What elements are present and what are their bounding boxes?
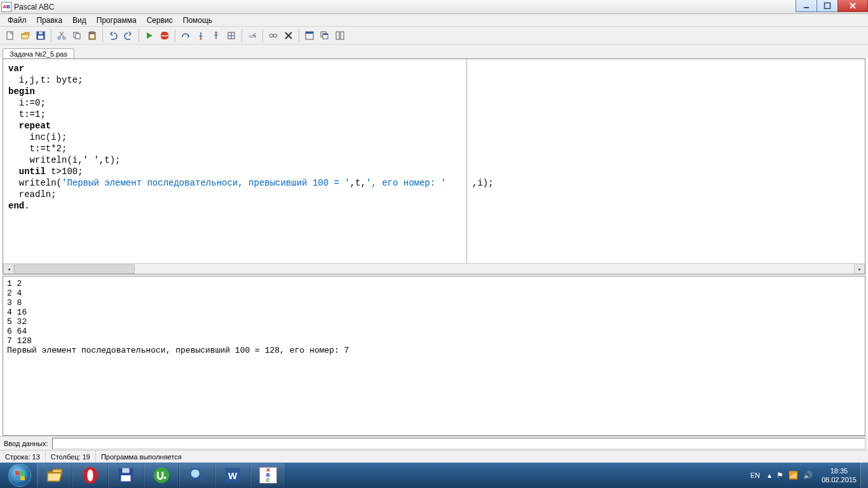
step-out-button[interactable] <box>209 29 223 43</box>
svg-rect-0 <box>804 7 809 8</box>
svg-rect-26 <box>336 32 339 39</box>
taskbar-opera[interactable] <box>72 463 108 487</box>
svg-rect-32 <box>121 475 131 481</box>
tray-network-icon[interactable]: 📶 <box>789 471 798 480</box>
output-panel[interactable]: 1 2 2 4 3 8 4 16 5 32 6 64 7 128 Первый … <box>3 276 865 436</box>
show-desktop-button[interactable] <box>860 463 868 488</box>
toolbar-separator <box>241 29 242 42</box>
menu-help[interactable]: Помощь <box>178 15 217 26</box>
paste-button[interactable] <box>85 29 99 43</box>
menu-program[interactable]: Программа <box>92 15 142 26</box>
input-row: Ввод данных: <box>0 436 868 450</box>
menu-file[interactable]: Файл <box>3 15 32 26</box>
save-file-button[interactable] <box>34 29 48 43</box>
status-message: Программа выполняется <box>96 451 868 463</box>
taskbar-word[interactable]: W <box>215 463 250 487</box>
input-label: Ввод данных: <box>3 440 52 447</box>
watch-button[interactable] <box>266 29 280 43</box>
statusbar: Строка: 13 Столбец: 19 Программа выполня… <box>0 450 868 463</box>
toolbar: STOP ›123 <box>0 27 868 44</box>
status-col-value: 19 <box>83 453 90 461</box>
redo-button[interactable] <box>121 29 135 43</box>
svg-rect-11 <box>90 32 94 34</box>
start-button[interactable] <box>3 463 37 488</box>
copy-button[interactable] <box>70 29 84 43</box>
new-file-button[interactable] <box>3 29 17 43</box>
taskbar-save-icon[interactable] <box>108 463 144 487</box>
stop-button[interactable]: STOP <box>158 29 172 43</box>
svg-rect-9 <box>76 34 80 39</box>
minimize-button[interactable] <box>796 0 817 12</box>
status-line-value: 13 <box>32 453 40 461</box>
window-title: Pascal ABC <box>14 3 54 11</box>
editor-area: var i,j,t: byte; begin i:=0; t:=1; repea… <box>3 58 865 274</box>
toolbar-separator <box>139 29 139 42</box>
scroll-thumb[interactable] <box>14 264 135 274</box>
open-file-button[interactable] <box>18 29 32 43</box>
menu-edit[interactable]: Правка <box>32 15 68 26</box>
toolbar-separator <box>175 29 175 42</box>
horizontal-scrollbar[interactable]: ◂ ▸ <box>3 263 865 274</box>
svg-point-29 <box>87 470 93 482</box>
scroll-right-icon[interactable]: ▸ <box>854 264 865 274</box>
svg-point-19 <box>269 34 273 37</box>
svg-point-35 <box>191 469 200 478</box>
status-col-label: Столбец: <box>51 453 81 461</box>
taskbar-pascalabc[interactable]: ABC <box>250 463 286 487</box>
app-icon: AB <box>1 2 11 12</box>
menu-service[interactable]: Сервис <box>142 15 178 26</box>
tray-flag-icon[interactable]: ⚑ <box>776 471 783 480</box>
tray-arrow-icon[interactable]: ▴ <box>768 471 771 480</box>
close-button[interactable] <box>837 0 868 12</box>
breakpoint-button[interactable]: ›123 <box>245 29 259 43</box>
titlebar: AB Pascal ABC <box>0 0 868 14</box>
goto-cursor-button[interactable] <box>224 29 238 43</box>
taskbar-explorer[interactable] <box>37 463 72 487</box>
svg-rect-22 <box>306 32 313 34</box>
step-over-button[interactable] <box>179 29 193 43</box>
status-col: Столбец: 19 <box>46 451 96 463</box>
step-into-button[interactable] <box>194 29 208 43</box>
svg-rect-2 <box>7 32 13 39</box>
svg-rect-4 <box>39 32 43 34</box>
window-cascade-button[interactable] <box>318 29 332 43</box>
tray-sound-icon[interactable]: 🔊 <box>803 471 813 480</box>
window-tile-button[interactable] <box>302 29 316 43</box>
cut-button[interactable] <box>55 29 69 43</box>
menu-view[interactable]: Вид <box>67 15 92 26</box>
svg-rect-5 <box>38 36 43 39</box>
svg-point-20 <box>273 34 277 37</box>
tray-date: 08.02.2015 <box>822 475 857 484</box>
toolbar-separator <box>299 29 299 42</box>
svg-rect-1 <box>825 3 831 8</box>
eval-button[interactable] <box>281 29 295 43</box>
svg-text:STOP: STOP <box>161 34 168 37</box>
input-field[interactable] <box>52 438 865 449</box>
file-tab-active[interactable]: Задача №2_5.pas <box>3 48 74 59</box>
code-editor[interactable]: var i,j,t: byte; begin i:=0; t:=1; repea… <box>3 59 467 263</box>
svg-rect-12 <box>90 34 94 38</box>
status-line-label: Строка: <box>5 453 30 461</box>
menubar: Файл Правка Вид Программа Сервис Помощь <box>0 14 868 27</box>
svg-point-15 <box>200 37 202 39</box>
svg-point-34 <box>164 477 166 479</box>
tray-time: 18:35 <box>822 466 857 475</box>
run-button[interactable] <box>142 29 156 43</box>
svg-rect-31 <box>122 468 129 473</box>
taskbar-utorrent[interactable] <box>144 463 179 487</box>
svg-point-7 <box>63 37 65 39</box>
toolbar-separator <box>262 29 263 42</box>
svg-text:W: W <box>228 470 238 481</box>
window-arrange-button[interactable] <box>333 29 347 43</box>
undo-button[interactable] <box>106 29 120 43</box>
tray-language[interactable]: EN <box>750 471 760 479</box>
toolbar-separator <box>51 29 51 42</box>
tray-clock[interactable]: 18:35 08.02.2015 <box>822 466 857 484</box>
maximize-button[interactable] <box>817 0 838 12</box>
code-editor-right-pane[interactable]: ,i); <box>467 59 865 263</box>
svg-point-16 <box>215 31 217 33</box>
scroll-left-icon[interactable]: ◂ <box>3 264 14 274</box>
taskbar-magnifier[interactable] <box>179 463 215 487</box>
toolbar-separator <box>102 29 103 42</box>
svg-rect-25 <box>323 34 328 35</box>
